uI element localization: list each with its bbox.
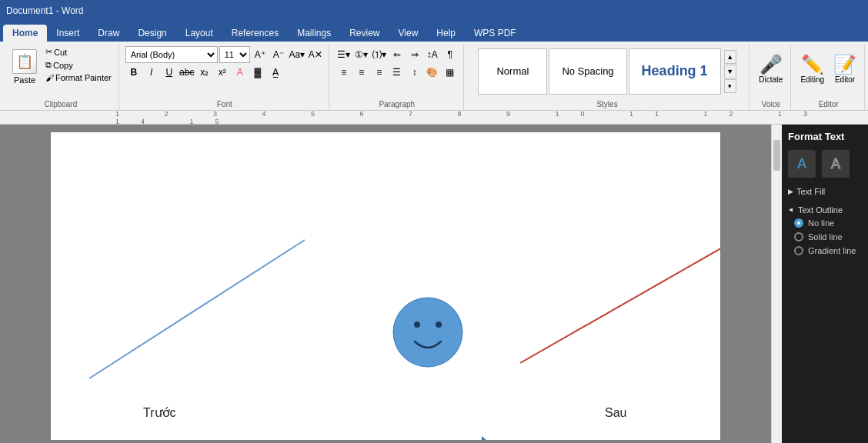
multilevel-button[interactable]: ⑴▾: [371, 46, 388, 63]
tab-home[interactable]: Home: [3, 25, 47, 42]
font-content: Arial (Body) 11 A⁺ A⁻ Aa▾ A✕ B I U abc x…: [125, 46, 324, 108]
tab-wps-pdf[interactable]: WPS PDF: [465, 25, 526, 42]
heading1-style-button[interactable]: Heading 1: [629, 48, 721, 95]
highlight-button[interactable]: ▓: [249, 64, 266, 81]
font-label: Font: [121, 100, 329, 108]
normal-style-button[interactable]: Normal: [478, 48, 547, 95]
tab-design[interactable]: Design: [129, 25, 175, 42]
tab-insert[interactable]: Insert: [47, 25, 88, 42]
tab-view[interactable]: View: [389, 25, 428, 42]
decrease-indent-button[interactable]: ⇐: [389, 46, 406, 63]
document-area[interactable]: Trước Sau huongdansudung.vn: [0, 125, 771, 443]
paragraph-group: ☰▾ ①▾ ⑴▾ ⇐ ⇒ ↕A ¶ ≡ ≡ ≡ ☰ ↕ 🎨 ▦ Paragrap…: [331, 45, 464, 110]
font-shrink-button[interactable]: A⁻: [270, 46, 287, 63]
align-right-button[interactable]: ≡: [371, 64, 388, 81]
numbering-button[interactable]: ①▾: [353, 46, 370, 63]
borders-button[interactable]: ▦: [442, 64, 459, 81]
no-line-option[interactable]: No line: [788, 216, 862, 230]
vertical-scrollbar[interactable]: [771, 125, 782, 443]
text-outline-header[interactable]: ▼ Text Outline: [788, 204, 862, 216]
document-svg: Trước Sau huongdansudung.vn: [51, 132, 720, 440]
no-line-label: No line: [808, 218, 834, 228]
editing-label: Editing: [800, 75, 824, 84]
tab-layout[interactable]: Layout: [176, 25, 222, 42]
italic-button[interactable]: I: [143, 64, 160, 81]
subscript-button[interactable]: x₂: [196, 64, 213, 81]
svg-point-2: [393, 298, 462, 367]
underline-button[interactable]: U: [161, 64, 178, 81]
font-size-select[interactable]: 11: [219, 46, 250, 63]
editing-button[interactable]: ✏️ Editing: [797, 52, 827, 87]
svg-line-1: [520, 240, 720, 363]
dictate-button[interactable]: 🎤 Dictate: [756, 52, 786, 87]
text-fill-arrow-icon: ▶: [788, 188, 793, 195]
gradient-line-option[interactable]: Gradient line: [788, 244, 862, 258]
tab-help[interactable]: Help: [427, 25, 465, 42]
text-color-button[interactable]: A̲: [267, 64, 284, 81]
title-bar: Document1 - Word: [0, 0, 868, 22]
align-left-button[interactable]: ≡: [336, 64, 352, 81]
shading-button[interactable]: 🎨: [424, 64, 441, 81]
text-outline-icon-button[interactable]: A: [822, 150, 850, 178]
editor-button[interactable]: 📝 Editor: [830, 52, 860, 87]
font-row-2: B I U abc x₂ x² A ▓ A̲: [125, 64, 284, 81]
paste-button[interactable]: 📋 Paste: [8, 46, 42, 88]
tab-draw[interactable]: Draw: [88, 25, 129, 42]
strikethrough-button[interactable]: abc: [179, 64, 195, 81]
align-center-button[interactable]: ≡: [353, 64, 370, 81]
paragraph-label: Paragraph: [331, 100, 463, 108]
font-grow-button[interactable]: A⁺: [252, 46, 269, 63]
clear-formatting-button[interactable]: A✕: [307, 46, 324, 63]
editor-label-group: Editor: [793, 100, 864, 108]
solid-line-radio[interactable]: [794, 232, 803, 241]
paragraph-row-2: ≡ ≡ ≡ ☰ ↕ 🎨 ▦: [336, 64, 459, 81]
show-hide-button[interactable]: ¶: [442, 46, 459, 63]
gradient-line-label: Gradient line: [808, 246, 856, 255]
document-page: Trước Sau huongdansudung.vn: [51, 132, 720, 440]
text-fill-icon-button[interactable]: A: [788, 150, 816, 178]
font-color-button[interactable]: A: [232, 64, 249, 81]
format-painter-button[interactable]: 🖌 Format Painter: [43, 72, 114, 83]
microphone-icon: 🎤: [760, 55, 783, 74]
app-title: Document1 - Word: [6, 5, 83, 16]
copy-button[interactable]: ⧉ Copy: [43, 59, 114, 71]
justify-button[interactable]: ☰: [389, 64, 406, 81]
voice-label: Voice: [751, 100, 790, 108]
paragraph-content: ☰▾ ①▾ ⑴▾ ⇐ ⇒ ↕A ¶ ≡ ≡ ≡ ☰ ↕ 🎨 ▦: [336, 46, 459, 108]
styles-up-arrow[interactable]: ▲: [724, 50, 736, 64]
styles-expand-arrow[interactable]: ▾: [724, 79, 736, 93]
tab-review[interactable]: Review: [340, 25, 389, 42]
sort-button[interactable]: ↕A: [424, 46, 441, 63]
ribbon: 📋 Paste ✂ Cut ⧉ Copy 🖌 Format Painter Cl…: [0, 42, 868, 111]
text-fill-section: ▶ Text Fill: [788, 185, 862, 198]
gradient-line-radio[interactable]: [794, 246, 803, 255]
cut-button[interactable]: ✂ Cut: [43, 46, 114, 58]
styles-down-arrow[interactable]: ▼: [724, 65, 736, 78]
tab-references[interactable]: References: [222, 25, 288, 42]
clipboard-group: 📋 Paste ✂ Cut ⧉ Copy 🖌 Format Painter Cl…: [3, 45, 119, 110]
solid-line-option[interactable]: Solid line: [788, 230, 862, 244]
bullets-button[interactable]: ☰▾: [336, 46, 352, 63]
line-spacing-button[interactable]: ↕: [406, 64, 423, 81]
superscript-button[interactable]: x²: [214, 64, 231, 81]
font-family-select[interactable]: Arial (Body): [125, 46, 218, 63]
text-fill-label: Text Fill: [796, 187, 825, 196]
text-fill-header[interactable]: ▶ Text Fill: [788, 185, 862, 198]
voice-group: 🎤 Dictate Voice: [751, 45, 791, 110]
voice-content: 🎤 Dictate: [756, 46, 786, 108]
change-case-button[interactable]: Aa▾: [289, 46, 305, 63]
ruler-marks: 1 2 3 4 5 6 7 8 9 10 11 12 13 14 15: [100, 111, 868, 125]
bold-button[interactable]: B: [125, 64, 142, 81]
ruler: 1 2 3 4 5 6 7 8 9 10 11 12 13 14 15: [0, 111, 868, 125]
no-spacing-style-button[interactable]: No Spacing: [549, 48, 626, 95]
svg-marker-7: [289, 436, 512, 440]
increase-indent-button[interactable]: ⇒: [406, 46, 423, 63]
tab-mailings[interactable]: Mailings: [288, 25, 340, 42]
dictate-label: Dictate: [759, 75, 783, 84]
panel-title: Format Text: [788, 131, 862, 142]
ribbon-tabs: Home Insert Draw Design Layout Reference…: [0, 22, 868, 42]
styles-label: Styles: [466, 100, 749, 108]
scrollbar-thumb[interactable]: [773, 140, 780, 171]
paste-label: Paste: [14, 75, 35, 85]
no-line-radio[interactable]: [794, 218, 803, 228]
